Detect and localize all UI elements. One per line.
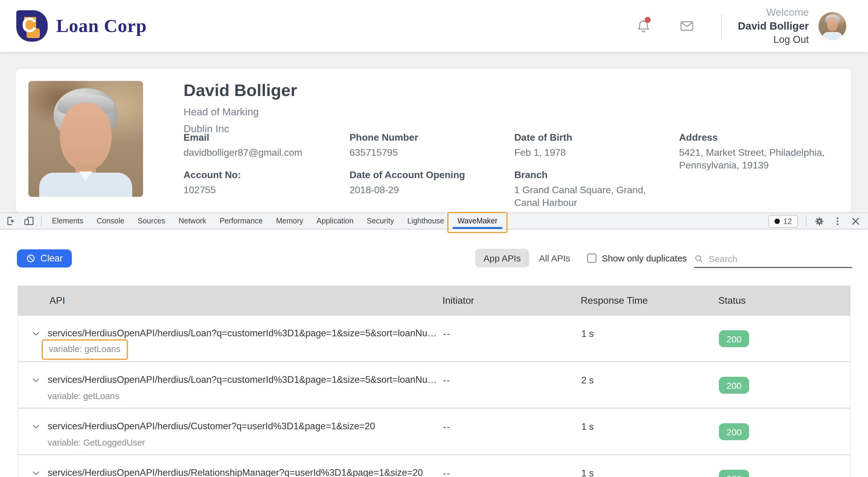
tab-elements[interactable]: Elements xyxy=(45,213,90,229)
all-apis-toggle[interactable]: All APIs xyxy=(539,253,570,263)
tab-wavemaker[interactable]: WaveMaker xyxy=(451,213,504,229)
address-value: 5421, Market Street, Philadelphia, Penns… xyxy=(679,147,831,172)
show-only-duplicates-label: Show only duplicates xyxy=(602,253,687,263)
tab-performance[interactable]: Performance xyxy=(213,213,269,229)
api-table-rows: services/HerdiusOpenAPI/herdius/Loan?q=c… xyxy=(18,316,850,477)
tab-wavemaker-label: WaveMaker xyxy=(458,217,497,225)
tab-sources[interactable]: Sources xyxy=(131,213,172,229)
tabbar-right-controls: 12 xyxy=(768,215,868,227)
response-time-value: 1 s xyxy=(581,328,594,339)
notification-dot xyxy=(645,17,651,23)
initiator-value: -- xyxy=(443,468,451,477)
logout-link[interactable]: Log Out xyxy=(738,33,809,46)
search-input[interactable] xyxy=(709,253,852,264)
profile-photo xyxy=(28,81,143,197)
table-row[interactable]: services/HerdiusOpenAPI/herdius/Loan?q=c… xyxy=(18,362,850,409)
account-value: 102755 xyxy=(184,184,216,197)
profile-card: David Bolliger Head of Marking Dublin In… xyxy=(16,69,851,212)
tab-application[interactable]: Application xyxy=(310,213,360,229)
variable-name: variable: getLoans xyxy=(49,344,120,354)
dob-label: Date of Birth xyxy=(514,132,572,143)
page-background: David Bolliger Head of Marking Dublin In… xyxy=(0,52,868,212)
api-table-header: API Initiator Response Time Status xyxy=(18,286,850,316)
profile-name: David Bolliger xyxy=(184,81,297,100)
dob-value: Feb 1, 1978 xyxy=(514,147,566,159)
more-options-kebab-icon[interactable] xyxy=(832,216,843,226)
welcome-block: Welcome David Bolliger Log Out xyxy=(738,6,809,46)
status-badge: 200 xyxy=(719,377,749,394)
tab-security[interactable]: Security xyxy=(360,213,401,229)
status-badge: 200 xyxy=(719,423,749,440)
devtools-panel: Elements Console Sources Network Perform… xyxy=(0,212,868,477)
chevron-down-icon[interactable] xyxy=(31,422,40,431)
devtools-tabbar: Elements Console Sources Network Perform… xyxy=(0,212,868,230)
account-label: Account No: xyxy=(184,170,241,181)
issues-count-badge[interactable]: 12 xyxy=(768,215,798,227)
loan-corp-logo-icon: C xyxy=(16,10,48,42)
active-tab-underline xyxy=(453,227,502,229)
api-url: services/HerdiusOpenAPI/herdius/Customer… xyxy=(48,421,375,432)
device-toolbar-icon[interactable] xyxy=(24,215,34,227)
column-status: Status xyxy=(718,286,746,316)
search-icon xyxy=(694,254,703,263)
tab-memory[interactable]: Memory xyxy=(270,213,310,229)
api-url: services/HerdiusOpenAPI/herdius/Loan?q=c… xyxy=(48,328,437,339)
tab-console[interactable]: Console xyxy=(90,213,131,229)
response-time-value: 1 s xyxy=(581,468,594,477)
search-field xyxy=(694,250,852,268)
opening-date-value: 2018-08-29 xyxy=(349,184,399,197)
status-badge: 200 xyxy=(719,470,749,477)
table-row[interactable]: services/HerdiusOpenAPI/herdius/Loan?q=c… xyxy=(18,316,850,362)
notifications-bell-icon[interactable] xyxy=(636,18,651,34)
mail-icon[interactable] xyxy=(679,18,695,34)
welcome-text: Welcome xyxy=(738,6,809,20)
issues-count: 12 xyxy=(783,216,792,226)
variable-name: variable: GetLoggedUser xyxy=(48,438,145,447)
inspect-element-icon[interactable] xyxy=(6,215,17,227)
header-divider xyxy=(721,14,722,38)
api-url: services/HerdiusOpenAPI/herdius/Loan?q=c… xyxy=(48,375,437,385)
settings-gear-icon[interactable] xyxy=(814,216,825,226)
user-avatar[interactable] xyxy=(818,12,846,40)
app-apis-toggle[interactable]: App APIs xyxy=(475,249,529,267)
phone-label: Phone Number xyxy=(349,132,418,143)
apis-toggle-divider xyxy=(526,250,527,266)
response-time-value: 2 s xyxy=(581,375,594,386)
table-row[interactable]: services/HerdiusOpenAPI/herdius/Customer… xyxy=(18,409,850,455)
initiator-value: -- xyxy=(443,375,451,386)
chevron-down-icon[interactable] xyxy=(31,469,40,477)
phone-value: 635715795 xyxy=(349,147,398,159)
column-response-time: Response Time xyxy=(581,286,648,316)
profile-job-title: Head of Marking xyxy=(184,106,259,118)
chevron-down-icon[interactable] xyxy=(31,329,40,338)
address-label: Address xyxy=(679,132,718,143)
logo-letter: C xyxy=(22,13,36,37)
response-time-value: 1 s xyxy=(581,421,594,432)
app-root: C Loan Corp Welcome David Boll xyxy=(0,0,868,477)
tabbar-divider xyxy=(41,215,42,227)
column-api: API xyxy=(50,286,65,316)
tabbar-divider-2 xyxy=(806,215,806,227)
brand-logo[interactable]: C Loan Corp xyxy=(16,10,147,42)
issues-dot-icon xyxy=(774,218,780,224)
header-user-name: David Bolliger xyxy=(738,19,809,33)
wavemaker-panel-content: Clear App APIs All APIs Show only duplic… xyxy=(0,230,868,477)
chevron-down-icon[interactable] xyxy=(31,376,40,385)
brand-name: Loan Corp xyxy=(56,15,147,37)
clear-button[interactable]: Clear xyxy=(17,249,72,267)
show-only-duplicates-checkbox[interactable] xyxy=(587,254,596,263)
variable-name: variable: getLoans xyxy=(48,391,119,401)
close-devtools-icon[interactable] xyxy=(850,216,861,226)
api-table: API Initiator Response Time Status servi… xyxy=(18,286,850,477)
tab-network[interactable]: Network xyxy=(172,213,213,229)
variable-annotation-box: variable: getLoans xyxy=(42,339,128,360)
header-actions: Welcome David Bolliger Log Out xyxy=(636,6,846,46)
email-value: davidbolliger87@gmail.com xyxy=(184,147,302,159)
clear-button-label: Clear xyxy=(40,253,63,264)
tab-lighthouse[interactable]: Lighthouse xyxy=(401,213,451,229)
api-url: services/HerdiusOpenAPI/herdius/Relation… xyxy=(48,467,423,477)
table-row[interactable]: services/HerdiusOpenAPI/herdius/Relation… xyxy=(18,455,850,477)
initiator-value: -- xyxy=(443,328,451,339)
email-label: Email xyxy=(184,132,209,143)
devtools-tabs: Elements Console Sources Network Perform… xyxy=(45,213,504,229)
